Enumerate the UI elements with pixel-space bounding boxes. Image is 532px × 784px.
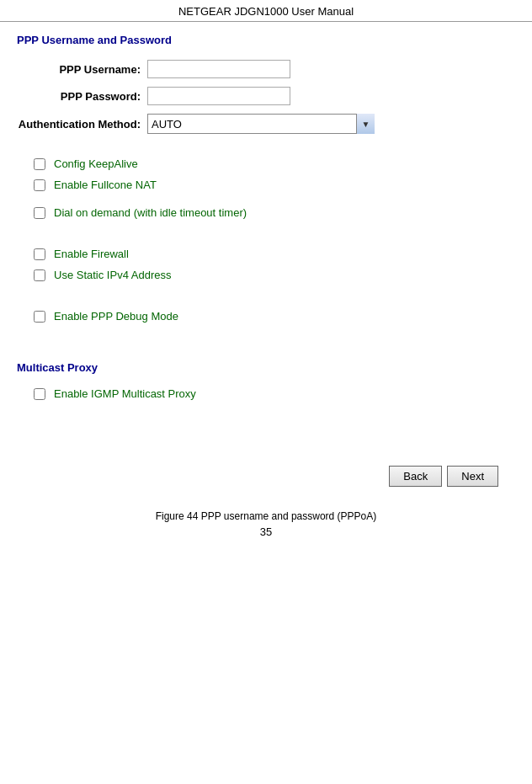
- multicast-section: Multicast Proxy Enable IGMP Multicast Pr…: [17, 361, 515, 400]
- page-title-bar: NETGEAR JDGN1000 User Manual: [0, 0, 532, 22]
- buttons-row: Back Next: [17, 457, 515, 495]
- ppp-debug-row: Enable PPP Debug Mode: [17, 310, 515, 323]
- dial-demand-label: Dial on demand (with idle timeout timer): [54, 206, 247, 219]
- spacer-7: [17, 429, 515, 449]
- config-keepalive-row: Config KeepAlive: [17, 157, 515, 170]
- static-ipv4-row: Use Static IPv4 Address: [17, 269, 515, 281]
- static-ipv4-checkbox[interactable]: [34, 269, 45, 281]
- next-button[interactable]: Next: [447, 466, 498, 487]
- fullcone-nat-checkbox[interactable]: [34, 179, 45, 191]
- manual-title: NETGEAR JDGN1000 User Manual: [178, 5, 354, 18]
- fullcone-nat-label: Enable Fullcone NAT: [54, 179, 157, 191]
- auth-method-row: Authentication Method: AUTO PAP CHAP MSC…: [17, 114, 515, 134]
- config-keepalive-checkbox[interactable]: [34, 158, 45, 170]
- password-label: PPP Password:: [17, 90, 147, 103]
- fullcone-nat-row: Enable Fullcone NAT: [17, 179, 515, 191]
- username-row: PPP Username:: [17, 60, 515, 78]
- spacer-3: [17, 227, 515, 248]
- igmp-multicast-label: Enable IGMP Multicast Proxy: [54, 387, 196, 400]
- config-keepalive-label: Config KeepAlive: [54, 157, 138, 170]
- igmp-multicast-row: Enable IGMP Multicast Proxy: [17, 387, 515, 400]
- content-area: PPP Username and Password PPP Username: …: [0, 22, 532, 504]
- spacer-6: [17, 408, 515, 429]
- ppp-debug-label: Enable PPP Debug Mode: [54, 310, 178, 323]
- spacer-5: [17, 331, 515, 351]
- firewall-row: Enable Firewall: [17, 248, 515, 260]
- static-ipv4-label: Use Static IPv4 Address: [54, 269, 171, 281]
- dial-demand-checkbox[interactable]: [34, 207, 45, 219]
- page-number: 35: [0, 525, 532, 538]
- spacer-2: [17, 200, 515, 206]
- auth-select[interactable]: AUTO PAP CHAP MSCHAP: [147, 114, 375, 134]
- spacer-1: [17, 142, 515, 157]
- dial-demand-row: Dial on demand (with idle timeout timer): [17, 206, 515, 219]
- igmp-multicast-checkbox[interactable]: [34, 388, 45, 400]
- spacer-4: [17, 290, 515, 310]
- multicast-title: Multicast Proxy: [17, 361, 515, 374]
- username-label: PPP Username:: [17, 63, 147, 76]
- ppp-debug-checkbox[interactable]: [34, 311, 45, 323]
- back-button[interactable]: Back: [389, 466, 442, 487]
- section-title: PPP Username and Password: [17, 34, 515, 46]
- password-input[interactable]: [147, 87, 290, 105]
- firewall-checkbox[interactable]: [34, 248, 45, 260]
- username-input[interactable]: [147, 60, 290, 78]
- firewall-label: Enable Firewall: [54, 248, 129, 260]
- auth-select-wrap: AUTO PAP CHAP MSCHAP ▼: [147, 114, 375, 134]
- auth-label: Authentication Method:: [17, 118, 147, 131]
- password-row: PPP Password:: [17, 87, 515, 105]
- figure-caption: Figure 44 PPP username and password (PPP…: [0, 510, 532, 522]
